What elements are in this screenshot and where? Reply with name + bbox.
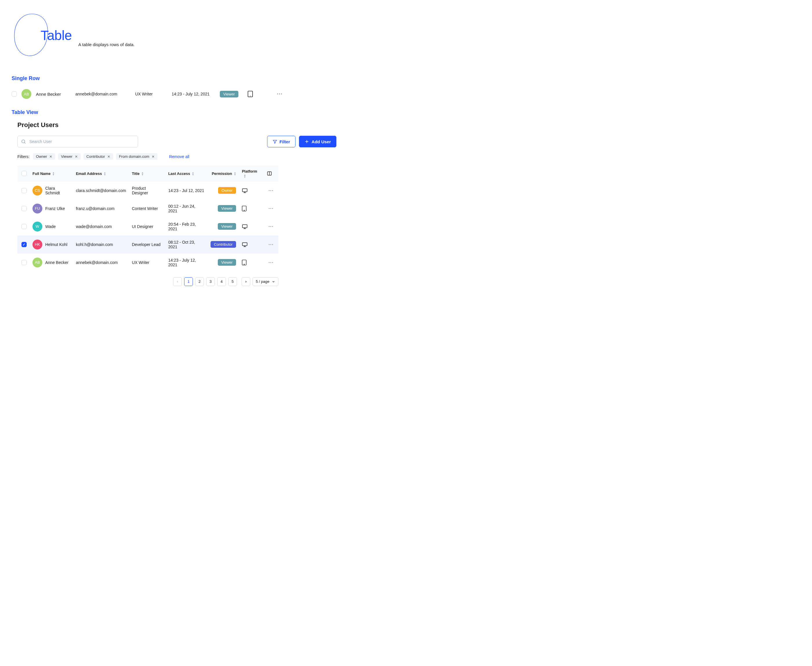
col-full-name[interactable]: Full Name▲▼	[30, 166, 73, 181]
users-table: Full Name▲▼ Email Address▲▼ Title▲▼ Last…	[17, 166, 278, 272]
desktop-icon	[242, 242, 248, 247]
single-row-demo: AB Anne Becker annebek@domain.com UX Wri…	[12, 87, 336, 101]
chip-label: Owner	[36, 154, 47, 159]
page-size-select[interactable]: 5 / page	[253, 277, 278, 286]
page-number-button[interactable]: 2	[195, 277, 204, 286]
last-access: 14:23 - July 12, 2021	[172, 92, 215, 96]
permission-badge: Viewer	[218, 259, 236, 266]
row-checkbox[interactable]	[21, 206, 27, 211]
chip-label: Viewer	[61, 154, 72, 159]
table-toolbar: Filter Add User	[17, 136, 336, 147]
filter-icon	[273, 139, 277, 144]
svg-rect-16	[242, 242, 247, 246]
user-email: annebek@domain.com	[73, 254, 129, 272]
add-user-button[interactable]: Add User	[299, 136, 336, 147]
section-table-view-title: Table View	[12, 109, 336, 115]
next-page-button[interactable]	[242, 277, 250, 286]
user-email: clara.schmidt@domain.com	[73, 181, 129, 199]
chip-label: Contributor	[86, 154, 105, 159]
col-email[interactable]: Email Address▲▼	[73, 166, 129, 181]
more-actions-button[interactable]: ···	[267, 206, 275, 211]
user-name: Anne Becker	[36, 92, 71, 97]
avatar: HK	[33, 240, 42, 249]
user-title: Developer Lead	[129, 236, 166, 254]
user-email: annebek@domain.com	[76, 92, 130, 96]
filter-button[interactable]: Filter	[267, 136, 296, 147]
avatar: FU	[33, 204, 42, 213]
row-checkbox[interactable]	[21, 224, 27, 229]
more-actions-button[interactable]: ···	[267, 242, 275, 247]
permission-badge: Owner	[218, 187, 236, 194]
last-access: 14:23 - Jul 12, 2021	[165, 181, 208, 199]
svg-point-1	[250, 96, 250, 96]
more-actions-button[interactable]: ···	[267, 188, 275, 193]
user-email: wade@domain.com	[73, 218, 129, 236]
avatar: AB	[21, 89, 31, 99]
table-row[interactable]: ABAnne Beckerannebek@domain.comUX Writer…	[17, 254, 278, 272]
table-header-row: Full Name▲▼ Email Address▲▼ Title▲▼ Last…	[17, 166, 278, 181]
col-last-access[interactable]: Last Access▲▼	[165, 166, 208, 181]
sort-icon: ▲▼	[192, 172, 194, 176]
last-access: 14:23 - July 12, 2021	[165, 254, 208, 272]
remove-all-filters-link[interactable]: Remove all	[169, 154, 189, 159]
desktop-icon	[242, 188, 248, 193]
chip-remove-icon[interactable]: ✕	[75, 155, 78, 159]
last-access: 08:12 - Oct 23, 2021	[165, 236, 208, 254]
table-row[interactable]: HKHelmut Kohlkohl.h@domain.comDeveloper …	[17, 236, 278, 254]
avatar: W	[33, 222, 42, 231]
columns-icon	[267, 171, 272, 176]
section-single-row-title: Single Row	[12, 76, 336, 81]
filter-chip[interactable]: Viewer✕	[58, 153, 81, 160]
prev-page-button[interactable]	[173, 277, 182, 286]
svg-point-12	[244, 210, 244, 211]
platform-cell	[239, 199, 264, 218]
col-platform[interactable]: Platform▲▼	[239, 166, 264, 181]
filters-label: Filters:	[17, 154, 30, 159]
col-title[interactable]: Title▲▼	[129, 166, 166, 181]
filter-chip[interactable]: From domain.com✕	[116, 153, 158, 160]
page-number-button[interactable]: 4	[217, 277, 226, 286]
chip-remove-icon[interactable]: ✕	[152, 155, 155, 159]
col-permission[interactable]: Permission▲▼	[208, 166, 239, 181]
add-user-button-label: Add User	[311, 139, 331, 144]
more-actions-button[interactable]: ···	[267, 224, 275, 229]
more-actions-button[interactable]: ···	[267, 260, 275, 265]
table-row[interactable]: FUFranz Ulkefranz.u@domain.comContent Wr…	[17, 199, 278, 218]
filter-chip[interactable]: Contributor✕	[84, 153, 113, 160]
search-icon	[21, 139, 26, 144]
page-number-button[interactable]: 3	[206, 277, 215, 286]
page-number-button[interactable]: 1	[184, 277, 193, 286]
pagination: 12345 5 / page	[17, 277, 278, 286]
page-description: A table displays rows of data.	[78, 42, 135, 47]
column-settings-button[interactable]	[264, 166, 278, 181]
more-actions-button[interactable]: ···	[275, 91, 284, 97]
select-all-checkbox[interactable]	[21, 171, 27, 176]
page-title: Table	[41, 28, 72, 43]
row-checkbox[interactable]	[21, 260, 27, 265]
row-checkbox[interactable]	[21, 188, 27, 193]
sort-icon: ▲▼	[244, 174, 246, 178]
chevron-down-icon	[272, 280, 275, 284]
user-name: Anne Becker	[45, 260, 68, 265]
row-checkbox[interactable]	[21, 242, 27, 247]
table-row[interactable]: CSClara Schmidtclara.schmidt@domain.comP…	[17, 181, 278, 199]
table-container: Project Users Filter Add User Filters: O…	[17, 121, 336, 286]
chip-remove-icon[interactable]: ✕	[49, 155, 52, 159]
chip-remove-icon[interactable]: ✕	[107, 155, 110, 159]
row-checkbox[interactable]	[12, 91, 17, 97]
filters-row: Filters: Owner✕Viewer✕Contributor✕From d…	[17, 153, 336, 160]
search-input[interactable]	[17, 136, 138, 147]
sort-icon: ▲▼	[234, 172, 236, 176]
permission-cell: Viewer	[220, 91, 243, 97]
plus-icon	[305, 139, 309, 144]
platform-cell	[248, 91, 271, 97]
table-heading: Project Users	[17, 121, 336, 129]
platform-cell	[239, 181, 264, 199]
user-email: kohl.h@domain.com	[73, 236, 129, 254]
page-number-button[interactable]: 5	[228, 277, 237, 286]
svg-point-2	[22, 140, 25, 143]
table-row[interactable]: WWadewade@domain.comUI Designer20:54 - F…	[17, 218, 278, 236]
filter-chip[interactable]: Owner✕	[33, 153, 55, 160]
user-title: Content Writer	[129, 199, 166, 218]
desktop-icon	[242, 224, 248, 229]
